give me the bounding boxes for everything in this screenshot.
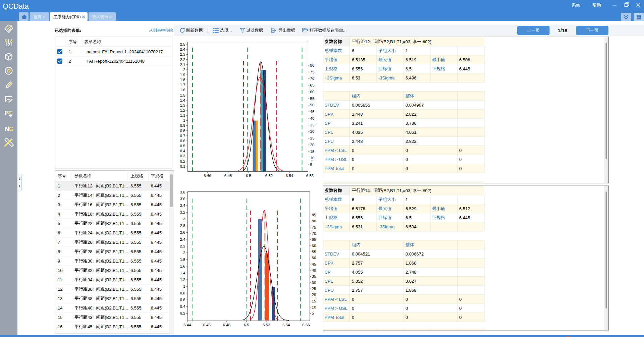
svg-text:30: 30 <box>310 129 315 133</box>
svg-text:0.7: 0.7 <box>180 134 185 138</box>
svg-text:36:: 36: <box>88 287 94 292</box>
svg-text:6.5: 6.5 <box>406 215 412 220</box>
svg-text:2.4: 2.4 <box>180 47 186 51</box>
svg-text:22:: 22: <box>88 221 94 226</box>
svg-text:45: 45 <box>310 110 315 114</box>
svg-text:14:: 14: <box>365 188 371 193</box>
svg-text:6.555: 6.555 <box>130 230 142 235</box>
svg-text:38:: 38: <box>88 296 94 301</box>
svg-text:65: 65 <box>312 237 316 241</box>
svg-text:(B2,B1,T1...: (B2,B1,T1... <box>105 202 128 207</box>
svg-text:CPU: CPU <box>325 139 334 144</box>
svg-text:2.448: 2.448 <box>352 139 363 144</box>
svg-text:2: 2 <box>69 59 71 64</box>
svg-text:2.6: 2.6 <box>180 230 185 234</box>
svg-text:60: 60 <box>310 90 315 94</box>
svg-text:6.531: 6.531 <box>352 224 363 229</box>
svg-text:PPM > USL: PPM > USL <box>325 306 347 311</box>
svg-text:13: 13 <box>58 296 62 301</box>
svg-text:(B2,B1,T1...: (B2,B1,T1... <box>105 287 128 292</box>
svg-text:6.555: 6.555 <box>130 268 142 273</box>
svg-text:16:: 16: <box>88 202 94 207</box>
svg-text:2.5: 2.5 <box>180 42 185 46</box>
svg-text:+3Sigma: +3Sigma <box>325 224 342 229</box>
svg-text:CP: CP <box>325 270 331 275</box>
svg-text:15: 15 <box>312 299 316 303</box>
svg-text:+3Sigma: +3Sigma <box>325 75 342 80</box>
svg-text:3.6: 3.6 <box>180 197 185 201</box>
svg-text:2: 2 <box>183 251 185 255</box>
svg-text:85: 85 <box>312 213 316 217</box>
svg-text:PPM < LSL: PPM < LSL <box>325 297 347 302</box>
svg-text:55: 55 <box>310 97 315 101</box>
svg-text:2.448: 2.448 <box>352 112 363 117</box>
svg-text:CPU: CPU <box>325 288 334 293</box>
svg-text:(B2,B1,T1...: (B2,B1,T1... <box>105 221 128 226</box>
svg-text:6.555: 6.555 <box>352 66 363 71</box>
svg-text:6: 6 <box>58 230 60 235</box>
svg-text:25: 25 <box>312 287 316 291</box>
svg-text:0: 0 <box>406 157 408 162</box>
svg-text:2.822: 2.822 <box>406 139 417 144</box>
svg-text:0: 0 <box>459 166 462 171</box>
svg-text:75: 75 <box>310 70 315 74</box>
svg-text:0: 0 <box>459 157 462 162</box>
svg-text:0: 0 <box>406 297 408 302</box>
svg-text:1: 1 <box>58 183 60 188</box>
svg-text:FAI Report-120240411151048: FAI Report-120240411151048 <box>87 59 145 64</box>
svg-text:1: 1 <box>183 118 185 122</box>
svg-text:6.555: 6.555 <box>130 296 142 301</box>
svg-text:0: 0 <box>352 157 354 162</box>
svg-text:0: 0 <box>406 148 408 153</box>
svg-text:-3Sigma: -3Sigma <box>378 75 395 80</box>
svg-text:6.506: 6.506 <box>459 57 470 62</box>
svg-text:(B2,B1,T1...: (B2,B1,T1... <box>105 193 128 198</box>
svg-text:6.555: 6.555 <box>130 315 142 320</box>
svg-text:0.8: 0.8 <box>180 129 185 133</box>
svg-text:75: 75 <box>312 225 316 229</box>
svg-text:(B2,B1,T1,#03,: (B2,B1,T1,#03, <box>382 39 411 44</box>
svg-text:10: 10 <box>58 268 62 273</box>
svg-text:28:: 28: <box>88 249 94 254</box>
svg-text:11: 11 <box>58 277 62 282</box>
svg-text:0.4: 0.4 <box>180 304 186 308</box>
svg-text:6.555: 6.555 <box>130 193 142 198</box>
svg-text:CPK: CPK <box>325 112 334 117</box>
svg-text:6.54: 6.54 <box>286 174 293 178</box>
svg-text:0: 0 <box>459 148 462 153</box>
svg-text:(B2,B1,T1,#03,: (B2,B1,T1,#03, <box>382 188 411 193</box>
svg-text:0: 0 <box>406 315 408 320</box>
svg-text:PPM Total: PPM Total <box>325 315 344 320</box>
svg-text:4.055: 4.055 <box>352 270 363 275</box>
svg-text:35: 35 <box>312 274 316 278</box>
svg-text:0: 0 <box>406 306 408 311</box>
svg-text:2.757: 2.757 <box>352 261 363 266</box>
svg-text:6.555: 6.555 <box>130 183 142 188</box>
svg-text:6.555: 6.555 <box>130 287 142 292</box>
svg-text:9: 9 <box>58 259 60 264</box>
svg-text:14: 14 <box>58 305 62 311</box>
svg-text:6.519: 6.519 <box>406 57 417 62</box>
svg-text:6.56: 6.56 <box>306 174 314 178</box>
svg-text:1.6: 1.6 <box>180 88 185 92</box>
svg-text:1.5: 1.5 <box>180 93 185 97</box>
svg-text:1.8: 1.8 <box>180 78 185 82</box>
svg-text:6.445: 6.445 <box>459 215 470 220</box>
svg-text:6.555: 6.555 <box>130 259 142 264</box>
svg-text:12:: 12: <box>88 183 94 188</box>
svg-text:50: 50 <box>310 103 315 107</box>
svg-text:(B2,B1,T1...: (B2,B1,T1... <box>105 183 128 188</box>
svg-text:CPL: CPL <box>325 130 333 135</box>
svg-text:6.555: 6.555 <box>130 212 142 217</box>
svg-text:6.445: 6.445 <box>151 193 162 198</box>
svg-text:6.445: 6.445 <box>151 315 162 320</box>
svg-text:3.736: 3.736 <box>406 121 417 126</box>
svg-text:6.5: 6.5 <box>246 174 251 178</box>
svg-text:6.56: 6.56 <box>302 323 310 327</box>
svg-text:80: 80 <box>310 63 315 67</box>
svg-text:30:: 30: <box>88 259 94 264</box>
svg-text:1: 1 <box>406 197 408 202</box>
svg-text:1: 1 <box>406 48 408 53</box>
svg-text:6.445: 6.445 <box>151 240 162 245</box>
svg-text:0: 0 <box>459 315 462 320</box>
